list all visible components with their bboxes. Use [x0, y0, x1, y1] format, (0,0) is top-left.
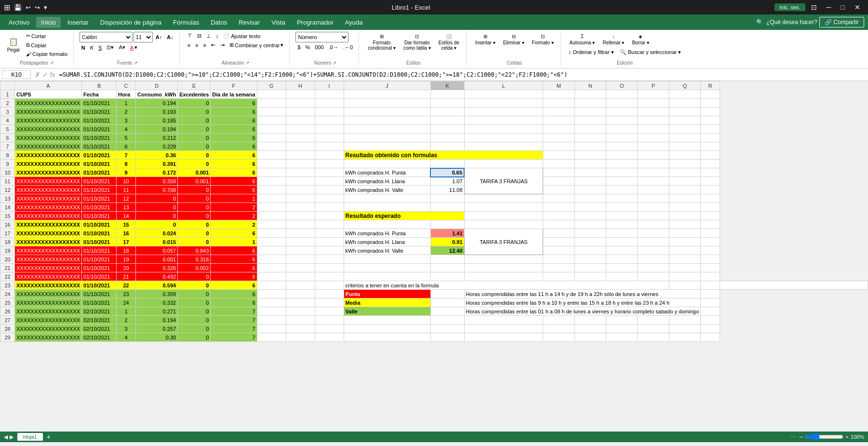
cut-button[interactable]: ✂ Cortar: [24, 32, 69, 40]
menu-disposicion[interactable]: Disposición de página: [95, 17, 166, 28]
autosum-button[interactable]: Σ Autosuma ▾: [567, 32, 598, 47]
align-left-button[interactable]: ≡: [186, 41, 192, 49]
prev-sheet-btn[interactable]: ◀: [4, 434, 8, 440]
col-header-r[interactable]: R: [701, 81, 720, 90]
cell-j17[interactable]: kWh comprados H. Punta: [344, 229, 430, 238]
menu-inicio[interactable]: Inicio: [36, 17, 60, 28]
cell-l10[interactable]: TARIFA 3 FRANJAS: [464, 168, 543, 194]
cell-c1[interactable]: Hora: [117, 90, 136, 99]
col-header-q[interactable]: Q: [669, 81, 700, 90]
cell-k1[interactable]: [430, 90, 464, 99]
cell-j1[interactable]: [344, 90, 430, 99]
fill-color-button[interactable]: A▾: [117, 43, 127, 52]
conditional-format-button[interactable]: ⊞ Formatocondicional ▾: [365, 32, 399, 53]
insert-cell-button[interactable]: ⊞ Insertar ▾: [472, 32, 498, 47]
percent-button[interactable]: %: [304, 43, 312, 51]
cell-n1[interactable]: [574, 90, 606, 99]
col-header-b[interactable]: B: [82, 81, 117, 90]
align-center-button[interactable]: ≡: [193, 41, 200, 49]
align-right-button[interactable]: ≡: [201, 41, 208, 49]
cell-k11[interactable]: 1.07: [430, 177, 464, 186]
delete-cell-button[interactable]: ⊟ Eliminar ▾: [500, 32, 527, 47]
cell-k12[interactable]: 11.08: [430, 186, 464, 194]
sheet-tab-hoja1[interactable]: Hoja1: [17, 433, 43, 441]
menu-revisar[interactable]: Revisar: [234, 17, 265, 28]
close-btn[interactable]: ✕: [851, 2, 864, 12]
paste-button[interactable]: 📋 Pegar: [4, 35, 23, 54]
bold-button[interactable]: N: [80, 44, 87, 52]
font-size-select[interactable]: 11: [134, 32, 153, 42]
minimize-btn[interactable]: ─: [823, 2, 835, 12]
clear-button[interactable]: ◈ Borrar ▾: [629, 32, 652, 47]
cell-j19[interactable]: kWh comprados H. Valle: [344, 246, 430, 255]
col-header-e[interactable]: E: [178, 81, 211, 90]
cell-reference-box[interactable]: [2, 70, 31, 79]
cell-m1[interactable]: [543, 90, 574, 99]
col-header-a[interactable]: A: [15, 81, 82, 90]
cell-k19[interactable]: 12.40: [430, 246, 464, 255]
increase-decimal-button[interactable]: .0→: [327, 43, 340, 51]
cell-e1[interactable]: Excedentes: [178, 90, 211, 99]
font-grow-button[interactable]: A↑: [154, 33, 164, 41]
cell-k17[interactable]: 1.41: [430, 229, 464, 238]
fill-button[interactable]: ↓ Rellenar ▾: [600, 32, 627, 47]
col-header-i[interactable]: I: [315, 81, 344, 90]
cell-o1[interactable]: [606, 90, 637, 99]
col-header-g[interactable]: G: [257, 81, 286, 90]
increase-indent-button[interactable]: ⇥: [218, 41, 227, 49]
thousands-button[interactable]: 000: [313, 43, 325, 51]
align-top-button[interactable]: ⊤: [186, 32, 194, 40]
quick-access-save[interactable]: 💾: [14, 4, 22, 11]
formula-input[interactable]: [59, 71, 866, 78]
next-sheet-btn[interactable]: ▶: [10, 434, 13, 440]
cell-k18[interactable]: 0.91: [430, 238, 464, 246]
col-header-c[interactable]: C: [117, 81, 136, 90]
underline-button[interactable]: S: [96, 44, 104, 52]
font-name-select[interactable]: Calibri: [80, 32, 133, 42]
col-header-l[interactable]: L: [464, 81, 543, 90]
decrease-decimal-button[interactable]: .←0: [341, 43, 355, 51]
format-table-button[interactable]: ⊡ Dar formatocomo tabla ▾: [401, 32, 434, 53]
format-cell-button[interactable]: ⊡ Formato ▾: [529, 32, 557, 47]
sort-filter-button[interactable]: ↕ Ordenar y filtrar ▾: [567, 48, 616, 56]
col-header-p[interactable]: P: [638, 81, 669, 90]
align-middle-button[interactable]: ⊟: [195, 32, 203, 40]
col-header-o[interactable]: O: [606, 81, 637, 90]
wrap-text-button[interactable]: 📄 Ajustar texto: [221, 32, 262, 40]
zoom-out-btn[interactable]: ─: [800, 434, 803, 440]
cell-g1[interactable]: [257, 90, 286, 99]
menu-ayuda[interactable]: Ayuda: [340, 17, 368, 28]
text-direction-button[interactable]: ↕: [214, 32, 221, 40]
zoom-slider[interactable]: [805, 433, 843, 441]
number-format-select[interactable]: Número: [295, 32, 348, 42]
cell-d1[interactable]: Consumo_kWh: [136, 90, 178, 99]
quick-access-undo[interactable]: ↩: [26, 4, 31, 11]
cell-k10[interactable]: 0.65: [430, 168, 464, 177]
col-header-n[interactable]: N: [574, 81, 606, 90]
share-button[interactable]: 🔗 Compartir: [819, 17, 864, 27]
cell-r1[interactable]: [701, 90, 720, 99]
format-painter-button[interactable]: 🖌 Copiar formato: [24, 50, 69, 58]
cell-h1[interactable]: [286, 90, 315, 99]
menu-formulas[interactable]: Fórmulas: [168, 17, 204, 28]
font-shrink-button[interactable]: A↓: [165, 33, 175, 41]
border-button[interactable]: ⊡▾: [105, 43, 116, 52]
cell-j12[interactable]: kWh comprados H. Valle: [344, 186, 430, 194]
cell-l17[interactable]: TARIFA 3 FRANJAS: [464, 229, 543, 255]
cell-f1[interactable]: Dia de la semana: [211, 90, 257, 99]
italic-button[interactable]: K: [88, 44, 95, 52]
quick-access-redo[interactable]: ↪: [35, 4, 40, 11]
font-color-button[interactable]: A▾: [128, 43, 139, 52]
cell-j10[interactable]: kWh comprados H. Punta: [344, 168, 430, 177]
quick-access-more[interactable]: ▾: [44, 4, 47, 11]
cell-l1[interactable]: [464, 90, 543, 99]
menu-insertar[interactable]: Insertar: [63, 17, 93, 28]
cell-i1[interactable]: [315, 90, 344, 99]
col-header-f[interactable]: F: [211, 81, 257, 90]
copy-button[interactable]: ⧉ Copiar: [24, 41, 69, 49]
merge-center-button[interactable]: ⊞ Combinar y centrar ▾: [227, 41, 286, 49]
menu-datos[interactable]: Datos: [206, 17, 232, 28]
zoom-in-btn[interactable]: +: [845, 434, 848, 440]
col-header-k[interactable]: K: [430, 81, 464, 90]
menu-programador[interactable]: Programador: [292, 17, 338, 28]
